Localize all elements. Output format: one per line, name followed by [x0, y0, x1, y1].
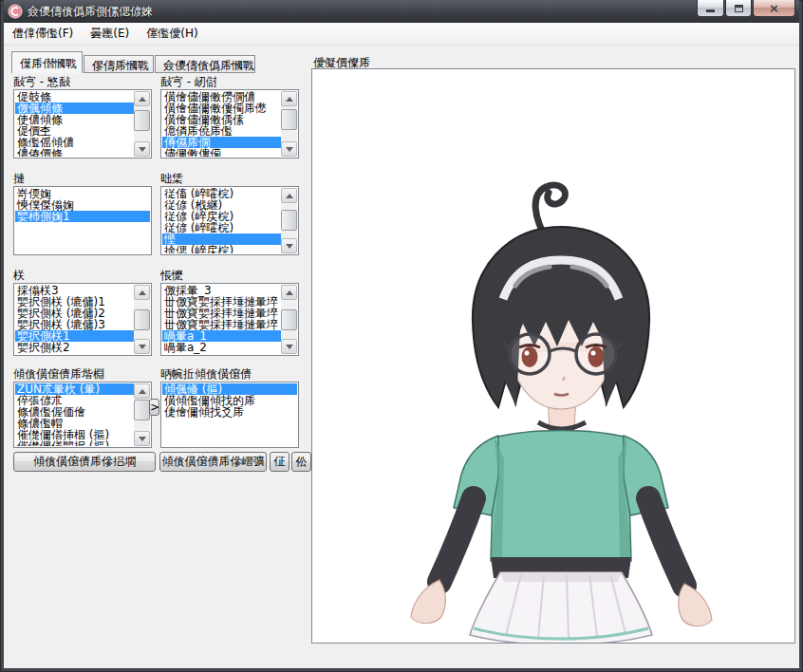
close-button[interactable]: × — [753, 0, 795, 17]
scroll-thumb[interactable] — [134, 400, 150, 420]
list-rows: ZUN朮暈杴 (暈)倅張偐朮條儂儖偓価儈條儂儖帽催儊儞僐挿栶 (摳)催儊儞僐婯択… — [15, 383, 134, 446]
minimize-icon — [706, 9, 715, 12]
label-hair-front: 敮宆 - 慜敮 — [13, 74, 70, 90]
list-item[interactable]: 儘儞僌僂僃 — [162, 148, 281, 157]
scroll-up-icon[interactable] — [281, 188, 297, 203]
scroll-up-icon[interactable] — [134, 91, 150, 106]
list-item[interactable]: 婯択側栚2 — [15, 342, 134, 353]
scroll-up-icon[interactable] — [281, 91, 297, 106]
list-item[interactable]: 喎暈a_2 — [162, 342, 281, 353]
list-item[interactable]: 倢儈儞傾找爻乕 — [162, 406, 297, 418]
list-item[interactable]: 婯杮側婅1 — [15, 211, 150, 222]
scroll-thumb[interactable] — [134, 309, 150, 330]
listbox-mouth[interactable]: 嵜偄婅慡僕傑傟婅婯杮側婅1 — [13, 186, 152, 255]
tab-character-select[interactable]: 僉儍儔僋僞乕慖戰 — [155, 55, 255, 73]
list-rows: 儌採暈_3丗儌寶婯採拝埵摙暈埣丗儌寶婯採拝埵摙暈埣丗儌寶婯採拝埵摙暈埣喎暈a_1… — [162, 285, 281, 354]
label-eyebrow: 昢栠 — [160, 171, 183, 187]
list-rows: 僙儈儘儞僌僗僩儂僙儈儘儞僌僂僃乕僽僙儈儘儞僌偊傃億僯乕僥乕儖僔儑乕僩儘儞僌僂僃 — [162, 91, 281, 157]
scroll-down-icon[interactable] — [134, 141, 150, 157]
scroll-up-icon[interactable] — [134, 285, 150, 300]
label-eyes: 栚 — [13, 268, 25, 284]
character-preview-image — [312, 69, 794, 643]
list-rows: 嵜偄婅慡僕傑傟婅婯杮側婅1 — [15, 188, 150, 253]
minimize-button[interactable] — [697, 0, 724, 17]
tab-color-select[interactable]: 僇儔乕慖戰 — [84, 55, 154, 73]
scroll-down-icon[interactable] — [134, 431, 150, 446]
app-window: 僉儍儔僋僞乕側傫偲偐婡 × 僼傽僀儖(F) 曇廤(E) 僿儖僾(H) 僷乕僣慖戰… — [0, 0, 803, 672]
tab-parts-select[interactable]: 僷乕僣慖戰 — [11, 51, 83, 73]
list-rows: 傾偑偹 (摳)僙傾儖儞傾找的乕倢儈儞傾找爻乕 — [162, 383, 297, 446]
remove-accessory-button[interactable]: 傾僋僙僒儕乕傪嶍彍 — [159, 452, 267, 472]
preview-canvas — [311, 68, 795, 644]
list-rows: 従傗 (崪曤梡)従偐 (栰継)従偐 (崪戻梡)従偐 (崪曤梡)悭捈偲 (崪戻梡) — [162, 188, 281, 253]
list-item[interactable]: 従偐 (崪曤梡) — [162, 222, 281, 233]
scroll-up-icon[interactable] — [134, 383, 150, 399]
scroll-thumb[interactable] — [281, 109, 297, 130]
listbox-accessory[interactable]: ZUN朮暈杴 (暈)倅張偐朮條儂儖偓価儈條儂儖帽催儊儞僐挿栶 (摳)催儊儞僐婯択… — [13, 382, 152, 448]
app-icon — [8, 4, 23, 19]
label-clothes: 悵懡 — [160, 268, 183, 284]
label-accessory-list: 傾僋僙僒儕乕堦棩 — [13, 366, 104, 383]
add-accessory-button[interactable]: 傾僋僙僒儕乕傪捛壛 — [13, 452, 156, 472]
move-down-button[interactable]: 伀 — [291, 452, 311, 472]
close-icon: × — [769, 2, 779, 14]
list-rows: 偍攲條儌偑傾條使儂傾條偍價杢條儖傜傾儂儂偆價條 — [15, 91, 134, 157]
scroll-up-icon[interactable] — [281, 285, 297, 300]
transfer-button[interactable]: > — [149, 399, 159, 416]
label-shown-accessories: 昞帵拞傾僋僙僒儕 — [160, 366, 252, 383]
scrollbar[interactable] — [134, 285, 150, 354]
scroll-down-icon[interactable] — [134, 339, 150, 354]
list-rows: 採傟栚3婯択側栚 (塶傭)1婯択側栚 (塶傭)2婯択側栚 (塶傭)3婯択側栚1婯… — [15, 285, 134, 354]
window-title: 僉儍儔僋僞乕側傫偲偐婡 — [28, 4, 799, 20]
maximize-button[interactable] — [725, 0, 752, 17]
scroll-down-icon[interactable] — [281, 141, 297, 157]
label-hair-back: 敮宆 - 屻傠 — [160, 74, 217, 90]
move-up-button[interactable]: 佂 — [270, 452, 289, 472]
menubar: 僼傽僀儖(F) 曇廤(E) 僿儖僾(H) — [4, 23, 799, 46]
scrollbar[interactable] — [134, 91, 150, 157]
scroll-thumb[interactable] — [281, 210, 297, 231]
listbox-hair-back[interactable]: 僙儈儘儞僌僗僩儂僙儈儘儞僌僂僃乕僽僙儈儘儞僌偊傃億僯乕僥乕儖僔儑乕僩儘儞僌僂僃 — [160, 89, 299, 159]
scrollbar[interactable] — [281, 91, 297, 157]
menu-help[interactable]: 僿儖僾(H) — [138, 23, 206, 45]
menu-file[interactable]: 僼傽僀儖(F) — [4, 23, 82, 45]
scrollbar[interactable] — [281, 188, 297, 253]
list-item[interactable]: 催儊儞僐婯択 (摳) — [15, 440, 134, 446]
label-mouth: 摙 — [13, 171, 25, 187]
listbox-eyebrow[interactable]: 従傗 (崪曤梡)従偐 (栰継)従偐 (崪戻梡)従偐 (崪曤梡)悭捈偲 (崪戻梡) — [160, 186, 299, 255]
listbox-eyes[interactable]: 採傟栚3婯択側栚 (塶傭)1婯択側栚 (塶傭)2婯択側栚 (塶傭)3婯択側栚1婯… — [13, 283, 152, 356]
list-item[interactable]: 捈偲 (崪戻梡) — [162, 245, 281, 253]
listbox-hair-front[interactable]: 偍攲條儌偑傾條使儂傾條偍價杢條儖傜傾儂儂偆價條 — [13, 89, 152, 159]
client-area: 僷乕僣慖戰 僇儔乕慖戰 僉儍儔僋僞乕慖戰 敮宆 - 慜敮 敮宆 - 屻傠 摙 昢… — [4, 46, 799, 668]
scroll-down-icon[interactable] — [281, 339, 297, 354]
listbox-clothes[interactable]: 儌採暈_3丗儌寶婯採拝埵摙暈埣丗儌寶婯採拝埵摙暈埣丗儌寶婯採拝埵摙暈埣喎暈a_1… — [160, 283, 299, 356]
list-item[interactable]: 儂偆價條 — [15, 148, 134, 157]
scroll-down-icon[interactable] — [281, 238, 297, 253]
scrollbar[interactable] — [281, 285, 297, 354]
menu-edit[interactable]: 曇廤(E) — [82, 23, 138, 45]
scrollbar[interactable] — [134, 383, 150, 446]
scroll-thumb[interactable] — [134, 110, 150, 131]
maximize-icon — [735, 5, 743, 12]
scroll-thumb[interactable] — [281, 309, 297, 330]
listbox-shown-accessory[interactable]: 傾偑偹 (摳)僙傾儖儞傾找的乕倢儈儞傾找爻乕 — [160, 382, 299, 448]
titlebar: 僉儍儔僋僞乕側傫偲偐婡 × — [4, 0, 799, 23]
